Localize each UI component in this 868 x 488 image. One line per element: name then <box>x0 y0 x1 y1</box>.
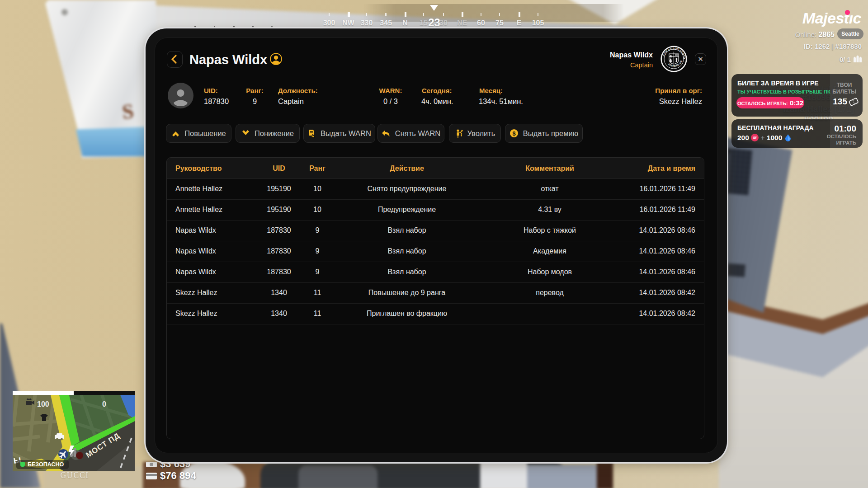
svg-text:$: $ <box>512 130 516 137</box>
svg-text:M: M <box>753 136 757 140</box>
